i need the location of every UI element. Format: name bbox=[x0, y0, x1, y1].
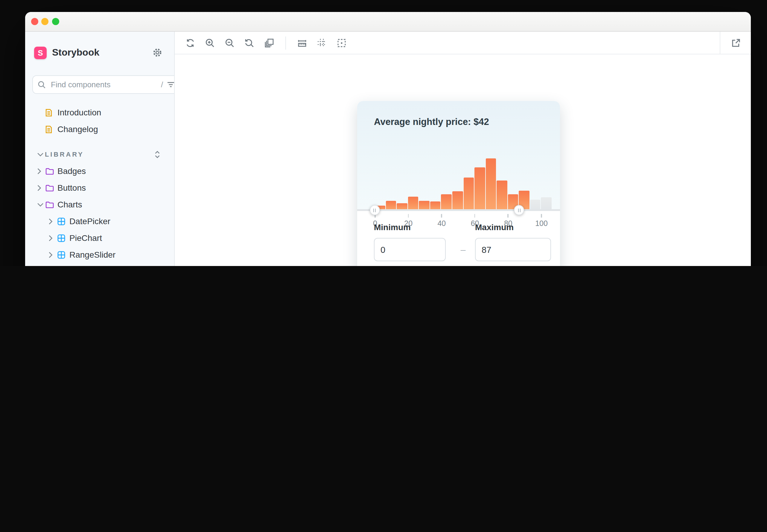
change-size-icon[interactable] bbox=[265, 38, 274, 48]
gear-icon[interactable] bbox=[152, 48, 162, 57]
open-external-icon[interactable] bbox=[731, 38, 740, 48]
comp-icon bbox=[57, 234, 65, 242]
range-separator: – bbox=[456, 244, 470, 255]
chevron-right-icon bbox=[48, 218, 53, 224]
sidebar-item-charts[interactable]: Charts bbox=[25, 196, 174, 213]
histogram-bar bbox=[408, 197, 418, 210]
maximum-input[interactable] bbox=[475, 238, 551, 261]
sidebar-item-datepicker[interactable]: DatePicker bbox=[25, 213, 174, 230]
search-input[interactable] bbox=[50, 80, 157, 90]
slider-track bbox=[357, 209, 560, 211]
canvas-toolbar bbox=[175, 32, 751, 54]
chevron-down-icon bbox=[37, 202, 44, 207]
sidebar-item-buttons[interactable]: Buttons bbox=[25, 179, 174, 196]
filter-icon[interactable] bbox=[166, 81, 174, 88]
chevron-right-icon bbox=[48, 251, 53, 258]
comp-icon bbox=[57, 217, 65, 225]
zoom-in-icon[interactable] bbox=[205, 38, 215, 48]
sidebar-item-badges[interactable]: Badges bbox=[25, 163, 174, 179]
outline-icon[interactable] bbox=[337, 38, 346, 48]
toolbar-right bbox=[720, 32, 751, 54]
zoom-reset-icon[interactable] bbox=[245, 38, 254, 48]
sidebar-item-overview[interactable]: Overview bbox=[25, 263, 174, 266]
histogram-bar bbox=[530, 199, 540, 210]
range-slider-card: Average nightly price: $42 020406080100 … bbox=[357, 101, 560, 266]
slider-handle-min[interactable] bbox=[369, 205, 380, 215]
document-icon bbox=[45, 125, 52, 133]
grid-icon[interactable] bbox=[317, 38, 327, 48]
sidebar-item-piechart[interactable]: PieChart bbox=[25, 230, 174, 246]
screenshot-stage: S Storybook / IntroductionChangelogLIBRA… bbox=[0, 0, 767, 266]
sidebar-item-rangeslider[interactable]: RangeSlider bbox=[25, 246, 174, 263]
histogram-bar bbox=[441, 194, 452, 210]
sidebar-header: S Storybook bbox=[25, 32, 174, 62]
histogram-bar bbox=[485, 158, 496, 210]
search-box[interactable]: / bbox=[32, 75, 175, 94]
histogram-bar bbox=[474, 167, 485, 210]
minimize-window-button[interactable] bbox=[41, 18, 48, 25]
storybook-window: S Storybook / IntroductionChangelogLIBRA… bbox=[25, 12, 751, 266]
sidebar: S Storybook / IntroductionChangelogLIBRA… bbox=[25, 32, 175, 266]
minimum-label: Minimum bbox=[374, 222, 411, 232]
histogram-bar bbox=[463, 178, 474, 210]
content-column: Average nightly price: $42 020406080100 … bbox=[175, 32, 751, 266]
slider-handle-max[interactable] bbox=[514, 205, 524, 215]
sidebar-section-library[interactable]: LIBRARY bbox=[25, 146, 174, 163]
document-icon bbox=[45, 108, 52, 116]
macos-titlebar bbox=[25, 12, 751, 32]
close-window-button[interactable] bbox=[31, 18, 38, 25]
histogram-bar bbox=[452, 191, 463, 210]
search-row: / bbox=[25, 75, 174, 94]
zoom-out-icon[interactable] bbox=[225, 38, 235, 48]
minimum-input[interactable] bbox=[374, 238, 446, 261]
folder-icon bbox=[45, 184, 54, 192]
chevron-right-icon bbox=[37, 184, 41, 191]
measure-icon[interactable] bbox=[297, 38, 307, 48]
chevron-down-icon bbox=[37, 152, 44, 156]
zoom-window-button[interactable] bbox=[52, 18, 59, 25]
sidebar-item-introduction[interactable]: Introduction bbox=[25, 104, 174, 121]
storybook-logo-icon: S bbox=[34, 46, 47, 59]
chevron-right-icon bbox=[37, 168, 41, 174]
expand-collapse-icon[interactable] bbox=[154, 150, 160, 158]
folder-icon bbox=[45, 167, 54, 175]
app-main: S Storybook / IntroductionChangelogLIBRA… bbox=[25, 32, 751, 266]
maximum-label: Maximum bbox=[475, 222, 514, 232]
sidebar-item-changelog[interactable]: Changelog bbox=[25, 121, 174, 137]
comp-icon bbox=[57, 251, 65, 259]
chevron-right-icon bbox=[48, 235, 53, 241]
histogram bbox=[375, 158, 551, 210]
component-tree: IntroductionChangelogLIBRARYBadgesButton… bbox=[25, 104, 174, 266]
remount-icon[interactable] bbox=[185, 38, 195, 48]
folder-icon bbox=[45, 201, 54, 208]
brand-title: Storybook bbox=[52, 47, 152, 58]
search-shortcut: / bbox=[161, 80, 163, 89]
search-icon bbox=[38, 80, 46, 89]
histogram-bar bbox=[496, 181, 507, 210]
story-canvas: Average nightly price: $42 020406080100 … bbox=[175, 54, 751, 266]
histogram-bar bbox=[541, 197, 551, 210]
chart-title: Average nightly price: $42 bbox=[374, 117, 489, 127]
